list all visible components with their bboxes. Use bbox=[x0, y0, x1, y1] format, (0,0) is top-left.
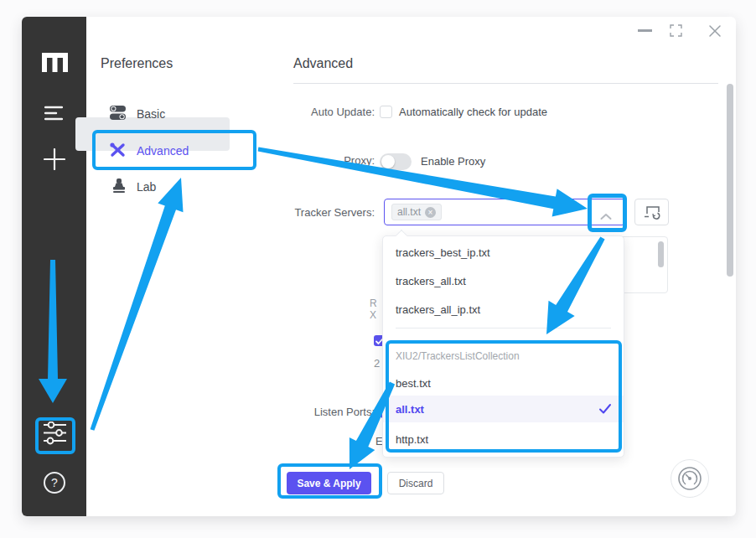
sync-icon bbox=[644, 205, 660, 220]
dropdown-item[interactable]: trackers_all_ip.txt bbox=[396, 303, 480, 316]
listen-ports-label: Listen Ports: bbox=[266, 406, 375, 419]
sync-time-fragment: 2 bbox=[374, 357, 380, 370]
proxy-toggle-label[interactable]: Enable Proxy bbox=[421, 155, 485, 168]
hint-fragment-2: X bbox=[370, 309, 376, 321]
sidebar-item-basic[interactable]: Basic bbox=[137, 107, 165, 121]
tag-label: all.txt bbox=[397, 206, 421, 218]
help-icon[interactable]: ? bbox=[44, 472, 65, 494]
basic-toggles-icon bbox=[110, 106, 126, 120]
tracker-servers-label: Tracker Servers: bbox=[266, 206, 375, 220]
preferences-title: Preferences bbox=[101, 56, 173, 71]
selected-tracker-tag: all.txt × bbox=[391, 204, 442, 220]
title-divider bbox=[293, 83, 718, 84]
discard-button[interactable]: Discard bbox=[387, 472, 444, 494]
toggle-knob bbox=[381, 155, 395, 168]
minimize-button[interactable] bbox=[638, 29, 652, 32]
annotation-box-chevron bbox=[588, 194, 627, 232]
lab-stamp-icon bbox=[112, 178, 126, 193]
add-task-icon[interactable] bbox=[44, 148, 65, 170]
gauge-icon bbox=[677, 466, 702, 491]
hint-fragment-1: R bbox=[370, 297, 377, 309]
sync-trackers-button[interactable] bbox=[634, 199, 669, 225]
page-title: Advanced bbox=[293, 56, 353, 71]
dropdown-item[interactable]: trackers_all.txt bbox=[396, 275, 466, 287]
annotation-box-sliders bbox=[35, 417, 75, 454]
proxy-toggle[interactable] bbox=[380, 153, 412, 170]
speed-gauge-button[interactable] bbox=[671, 459, 709, 498]
maximize-button[interactable] bbox=[670, 24, 682, 37]
sidebar-item-lab[interactable]: Lab bbox=[137, 180, 156, 194]
textarea-scrollbar[interactable] bbox=[658, 241, 664, 267]
dropdown-item[interactable]: trackers_best_ip.txt bbox=[396, 246, 490, 259]
help-glyph: ? bbox=[51, 476, 58, 489]
annotation-box-save bbox=[277, 463, 382, 499]
tag-close-icon[interactable]: × bbox=[425, 207, 436, 218]
motrix-logo-icon bbox=[42, 53, 68, 72]
screenshot-root: ? Preferences Basic Advanced Lab Advance… bbox=[0, 0, 756, 538]
proxy-label: Proxy: bbox=[266, 154, 375, 168]
dropdown-divider bbox=[396, 328, 611, 328]
auto-update-checkbox-label[interactable]: Automatically check for update bbox=[399, 106, 547, 119]
annotation-box-advanced bbox=[92, 130, 256, 170]
auto-update-label: Auto Update: bbox=[266, 106, 375, 119]
close-button[interactable] bbox=[708, 24, 722, 38]
main-scrollbar[interactable] bbox=[727, 84, 733, 277]
task-list-icon[interactable] bbox=[44, 106, 63, 121]
annotation-box-xiu2-group bbox=[386, 340, 622, 453]
auto-update-checkbox[interactable] bbox=[380, 106, 392, 118]
